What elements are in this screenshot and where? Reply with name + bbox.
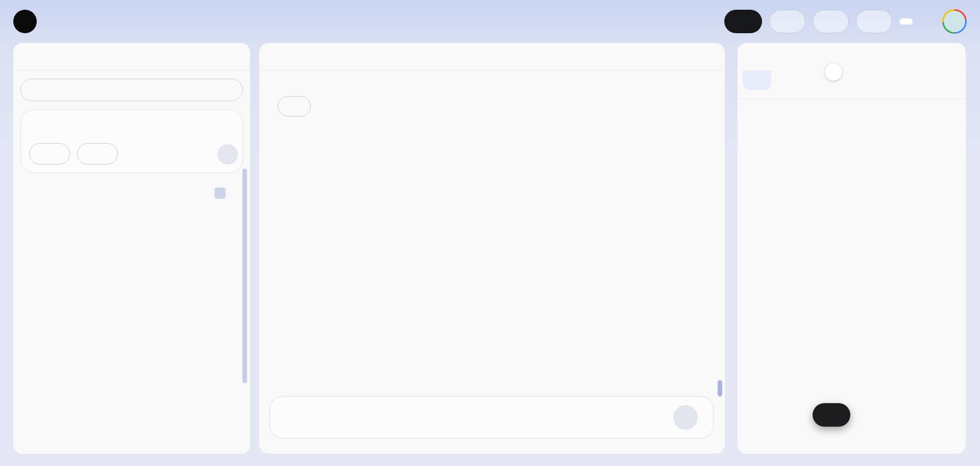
message-actions	[278, 96, 680, 116]
select-all-checkbox[interactable]	[214, 188, 226, 199]
sources-panel-header	[13, 43, 250, 71]
pin-icon	[287, 102, 297, 111]
chevron-right-icon	[829, 67, 838, 77]
data-table-card[interactable]	[743, 71, 771, 90]
studio-divider	[738, 99, 966, 99]
pro-badge	[899, 18, 913, 25]
save-to-note-button[interactable]	[278, 96, 311, 116]
add-sources-button[interactable]	[20, 79, 243, 101]
plus-icon	[736, 16, 746, 27]
thumbs-up-button[interactable]	[358, 101, 370, 112]
avatar-robot-image	[944, 11, 965, 32]
note-icon	[824, 410, 834, 420]
research-mode-dropdown[interactable]	[77, 143, 118, 165]
web-filter-dropdown[interactable]	[29, 143, 70, 165]
notebooklm-logo	[13, 10, 37, 33]
create-notebook-button[interactable]	[724, 10, 762, 33]
search-icon	[32, 119, 43, 130]
select-all-row	[13, 184, 250, 202]
add-note-button[interactable]	[813, 403, 850, 427]
collapse-sources-panel-button[interactable]	[226, 51, 237, 62]
arrow-right-icon	[680, 412, 691, 423]
chat-settings-button[interactable]	[676, 51, 687, 62]
studio-panel-header	[738, 43, 966, 71]
user-avatar[interactable]	[942, 9, 967, 34]
header-actions	[724, 9, 967, 34]
sources-panel	[13, 43, 250, 454]
globe-icon	[37, 149, 47, 159]
expand-studio-panel-button[interactable]	[941, 51, 952, 62]
chevron-down-icon	[54, 149, 63, 158]
data-table-expand-button[interactable]	[825, 63, 842, 81]
chat-more-options-button[interactable]	[700, 51, 712, 62]
thumbs-down-button[interactable]	[385, 101, 397, 112]
research-sparkle-icon	[85, 149, 95, 159]
app-header	[0, 0, 980, 43]
chat-input-bar	[270, 396, 714, 438]
analytics-button[interactable]	[769, 10, 805, 33]
share-icon	[823, 16, 834, 27]
studio-panel	[738, 43, 966, 454]
sources-scrollbar[interactable]	[242, 169, 247, 383]
chat-input[interactable]	[286, 412, 662, 423]
copy-button[interactable]	[331, 101, 343, 112]
send-button[interactable]	[673, 405, 698, 430]
trending-up-icon	[780, 16, 790, 27]
web-search-card	[20, 109, 243, 173]
chat-panel-header	[259, 43, 725, 71]
chevron-down-icon	[102, 149, 111, 158]
arrow-right-icon	[223, 149, 233, 159]
apps-grid-button[interactable]	[920, 14, 935, 29]
gear-icon	[867, 16, 877, 27]
chat-scrollbar[interactable]	[718, 380, 722, 397]
search-submit-button[interactable]	[217, 144, 238, 165]
logo-arcs-icon	[17, 14, 33, 29]
check-icon	[216, 190, 224, 197]
share-button[interactable]	[813, 10, 849, 33]
plus-icon	[125, 85, 135, 95]
chat-panel	[259, 43, 725, 454]
web-search-input[interactable]	[51, 120, 232, 130]
settings-button[interactable]	[856, 10, 892, 33]
